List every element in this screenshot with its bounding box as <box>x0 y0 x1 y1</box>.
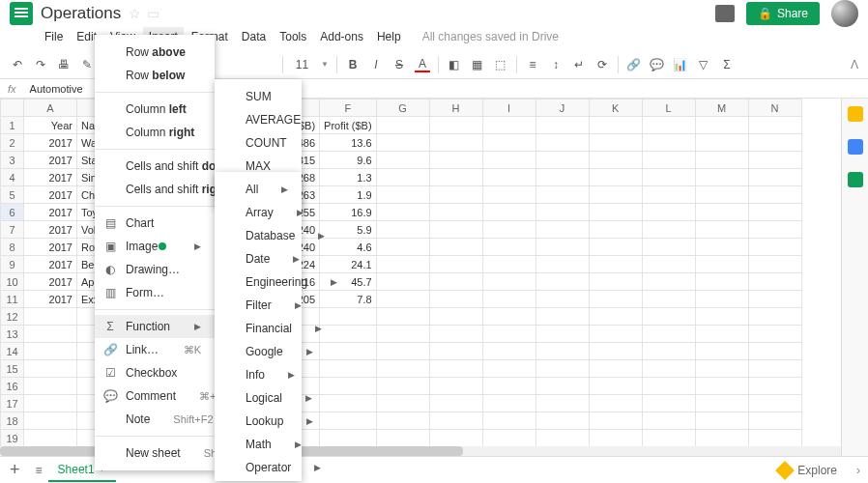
row-header[interactable]: 2 <box>1 134 24 152</box>
col-header[interactable]: F <box>320 99 377 117</box>
menu-tools[interactable]: Tools <box>274 27 312 46</box>
share-button[interactable]: 🔒 Share <box>746 2 820 25</box>
font-size-input[interactable]: 11 <box>291 56 313 73</box>
menu-cells-right[interactable]: Cells and shift right <box>95 178 215 201</box>
functions-icon[interactable]: Σ <box>719 57 735 72</box>
comment-icon[interactable]: 💬 <box>650 57 665 72</box>
cat-parser[interactable]: Parser▶ <box>215 479 302 483</box>
select-all-corner[interactable] <box>1 99 24 117</box>
menu-function[interactable]: ΣFunction▶ <box>95 315 215 338</box>
cat-logical[interactable]: Logical▶ <box>215 386 302 410</box>
paint-format-icon[interactable]: ✎ <box>79 57 95 72</box>
row-header[interactable]: 10 <box>1 273 24 291</box>
menu-row-below[interactable]: Row below <box>95 64 215 87</box>
cell[interactable]: Year <box>24 117 77 134</box>
borders-icon[interactable]: ▦ <box>470 57 485 72</box>
cell[interactable]: 16.9 <box>320 204 377 221</box>
redo-icon[interactable]: ↷ <box>33 57 48 72</box>
cell[interactable]: 2017 <box>24 169 77 186</box>
func-average[interactable]: AVERAGE <box>215 108 302 131</box>
cell[interactable]: 5.9 <box>320 221 377 239</box>
col-header[interactable]: M <box>695 99 748 117</box>
cell[interactable]: 2017 <box>24 152 77 169</box>
col-header[interactable]: G <box>376 99 429 117</box>
cat-engineering[interactable]: Engineering▶ <box>215 270 302 294</box>
row-header[interactable]: 11 <box>1 291 24 308</box>
wrap-icon[interactable]: ↵ <box>571 57 587 72</box>
cell[interactable] <box>376 117 429 134</box>
avatar[interactable] <box>831 0 858 27</box>
col-header[interactable]: K <box>589 99 642 117</box>
fill-color-icon[interactable]: ◧ <box>447 57 462 72</box>
col-header[interactable]: A <box>24 99 77 117</box>
print-icon[interactable]: 🖶 <box>56 57 72 72</box>
bold-icon[interactable]: B <box>345 57 361 72</box>
menu-form[interactable]: ▥Form… <box>95 281 215 304</box>
undo-icon[interactable]: ↶ <box>10 57 25 72</box>
col-header[interactable]: H <box>429 99 482 117</box>
cell[interactable]: 2017 <box>24 204 77 221</box>
keep-icon[interactable] <box>848 106 863 122</box>
merge-icon[interactable]: ⬚ <box>493 57 508 72</box>
menu-new-sheet[interactable]: New sheetShift+F11 <box>95 441 215 465</box>
cell[interactable]: 2017 <box>24 134 77 152</box>
link-icon[interactable]: 🔗 <box>626 57 642 72</box>
cat-lookup[interactable]: Lookup▶ <box>215 410 302 433</box>
cat-database[interactable]: Database▶ <box>215 224 302 247</box>
cell[interactable]: 2017 <box>24 256 77 273</box>
cat-all[interactable]: All▶ <box>215 178 302 201</box>
folder-icon[interactable]: ▭ <box>147 6 159 21</box>
row-header[interactable]: 3 <box>1 152 24 169</box>
menu-comment[interactable]: 💬Comment⌘+Option+M <box>95 384 215 408</box>
formula-input[interactable]: Automotive <box>24 83 89 95</box>
comments-icon[interactable] <box>715 5 735 22</box>
menu-checkbox[interactable]: ☑Checkbox <box>95 361 215 384</box>
col-header[interactable]: N <box>748 99 801 117</box>
side-panel-toggle[interactable]: › <box>849 464 868 477</box>
menu-data[interactable]: Data <box>236 27 272 46</box>
row-header[interactable]: 15 <box>1 360 24 378</box>
cell[interactable]: 7.8 <box>320 291 377 308</box>
col-header[interactable]: I <box>482 99 535 117</box>
cell[interactable]: 2017 <box>24 221 77 239</box>
cat-financial[interactable]: Financial▶ <box>215 317 302 340</box>
halign-icon[interactable]: ≡ <box>525 57 540 72</box>
menu-row-above[interactable]: Row above <box>95 41 215 64</box>
menu-col-right[interactable]: Column right <box>95 121 215 144</box>
row-header[interactable]: 14 <box>1 343 24 360</box>
row-header[interactable]: 19 <box>1 430 24 447</box>
all-sheets-icon[interactable]: ≡ <box>30 464 48 477</box>
text-color-icon[interactable]: A <box>415 57 430 72</box>
menu-drawing[interactable]: ◐Drawing… <box>95 258 215 281</box>
cell[interactable]: 1.3 <box>320 169 377 186</box>
addon-icon[interactable] <box>848 172 863 187</box>
row-header[interactable]: 4 <box>1 169 24 186</box>
cat-operator[interactable]: Operator▶ <box>215 456 302 479</box>
menu-file[interactable]: File <box>39 27 69 46</box>
strike-icon[interactable]: S <box>391 57 407 72</box>
cat-filter[interactable]: Filter▶ <box>215 294 302 317</box>
menu-chart[interactable]: ▤Chart <box>95 212 215 235</box>
row-header[interactable]: 13 <box>1 326 24 343</box>
italic-icon[interactable]: I <box>368 57 384 72</box>
filter-icon[interactable]: ▽ <box>696 57 711 72</box>
cell[interactable]: 4.6 <box>320 239 377 256</box>
func-sum[interactable]: SUM <box>215 85 302 108</box>
row-header[interactable]: 9 <box>1 256 24 273</box>
cell[interactable]: Profit ($B) <box>320 117 377 134</box>
menu-image[interactable]: ▣Image▶ <box>95 235 215 258</box>
cell[interactable]: 2017 <box>24 273 77 291</box>
col-header[interactable]: L <box>642 99 695 117</box>
cell[interactable]: 2017 <box>24 186 77 204</box>
cell[interactable]: 24.1 <box>320 256 377 273</box>
collapse-toolbar-icon[interactable]: ᐱ <box>851 58 858 71</box>
cell[interactable]: 13.6 <box>320 134 377 152</box>
menu-help[interactable]: Help <box>371 27 407 46</box>
menu-link[interactable]: 🔗Link…⌘K <box>95 338 215 361</box>
rotate-icon[interactable]: ⟳ <box>594 57 610 72</box>
menu-col-left[interactable]: Column left <box>95 98 215 121</box>
row-header[interactable]: 12 <box>1 308 24 326</box>
cell[interactable]: 9.6 <box>320 152 377 169</box>
cell[interactable]: 2017 <box>24 291 77 308</box>
cat-date[interactable]: Date▶ <box>215 247 302 270</box>
